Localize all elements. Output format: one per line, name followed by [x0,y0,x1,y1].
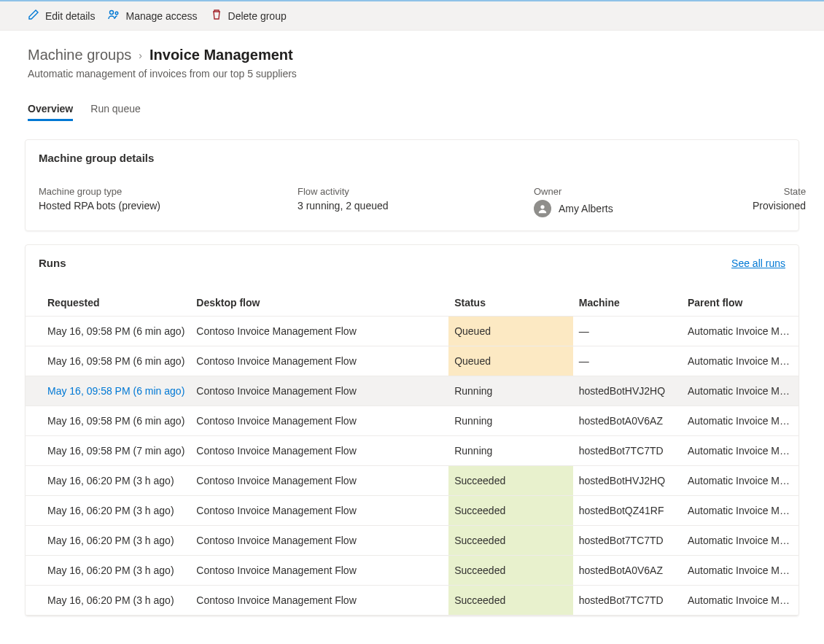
cell-parent-flow: Automatic Invoice Manage... [682,586,798,616]
cell-status: Succeeded [448,556,573,586]
table-row[interactable]: May 16, 06:20 PM (3 h ago)Contoso Invoic… [26,526,798,556]
cell-machine: hostedBot7TC7TD [573,526,682,556]
col-desktop-flow[interactable]: Desktop flow [190,290,448,317]
details-card-title: Machine group details [39,152,785,164]
chevron-right-icon: › [139,50,142,61]
detail-type: Machine group type Hosted RPA bots (prev… [39,186,298,212]
page-description: Automatic management of invoices from ou… [28,68,796,79]
col-machine[interactable]: Machine [573,290,682,317]
detail-state-value: Provisioned [753,200,806,212]
cell-machine: hostedBotQZ41RF [573,496,682,526]
breadcrumb-parent[interactable]: Machine groups [28,47,131,63]
people-icon [108,9,120,23]
detail-state-label: State [753,186,806,197]
cell-status: Queued [448,346,573,376]
cell-machine: hostedBotA0V6AZ [573,406,682,436]
cell-requested: May 16, 06:20 PM (3 h ago) [26,586,190,616]
detail-owner-value: Amy Alberts [559,203,613,214]
col-parent-flow[interactable]: Parent flow [682,290,798,317]
cell-parent-flow: Automatic Invoice Manage... [682,496,798,526]
cell-requested: May 16, 09:58 PM (6 min ago) [26,406,190,436]
cell-status: Succeeded [448,496,573,526]
tab-run-queue[interactable]: Run queue [90,97,141,121]
runs-card: Runs See all runs Requested Desktop flow… [25,244,799,616]
breadcrumb-current: Invoice Management [149,47,293,63]
cell-machine: — [573,317,682,346]
cell-machine: — [573,346,682,376]
avatar [534,200,551,217]
cell-machine: hostedBot7TC7TD [573,436,682,466]
cell-status: Succeeded [448,526,573,556]
see-all-runs-link[interactable]: See all runs [731,257,785,269]
table-row[interactable]: May 16, 06:20 PM (3 h ago)Contoso Invoic… [26,496,798,526]
cell-status: Running [448,376,573,406]
cell-machine: hostedBot7TC7TD [573,586,682,616]
manage-access-label: Manage access [125,10,197,22]
detail-activity-value: 3 running, 2 queued [298,200,534,212]
command-bar: Edit details Manage access Delete group [0,0,824,31]
cell-requested: May 16, 06:20 PM (3 h ago) [26,526,190,556]
tab-overview[interactable]: Overview [28,97,73,121]
cell-desktop-flow: Contoso Invoice Management Flow [190,556,448,586]
breadcrumb: Machine groups › Invoice Management [28,47,796,63]
cell-requested: May 16, 06:20 PM (3 h ago) [26,466,190,496]
table-row[interactable]: May 16, 09:58 PM (7 min ago)Contoso Invo… [26,436,798,466]
table-row[interactable]: May 16, 06:20 PM (3 h ago)Contoso Invoic… [26,466,798,496]
detail-owner: Owner Amy Alberts [534,186,753,217]
cell-requested: May 16, 09:58 PM (6 min ago) [26,346,190,376]
cell-desktop-flow: Contoso Invoice Management Flow [190,526,448,556]
cell-requested: May 16, 09:58 PM (6 min ago) [26,317,190,346]
cell-requested: May 16, 09:58 PM (7 min ago) [26,436,190,466]
cell-status: Succeeded [448,586,573,616]
cell-parent-flow: Automatic Invoice Manage... [682,436,798,466]
machine-group-details-card: Machine group details Machine group type… [25,139,799,231]
runs-table: Requested Desktop flow Status Machine Pa… [26,290,798,616]
edit-details-label: Edit details [45,10,95,22]
table-row[interactable]: May 16, 09:58 PM (6 min ago)Contoso Invo… [26,346,798,376]
table-row[interactable]: May 16, 06:20 PM (3 h ago)Contoso Invoic… [26,586,798,616]
table-row[interactable]: May 16, 06:20 PM (3 h ago)Contoso Invoic… [26,556,798,586]
runs-title: Runs [39,257,66,269]
svg-point-1 [116,12,119,15]
cell-status: Succeeded [448,466,573,496]
cell-status: Queued [448,317,573,346]
cell-desktop-flow: Contoso Invoice Management Flow [190,436,448,466]
svg-point-2 [540,205,544,209]
cell-status: Running [448,436,573,466]
detail-activity: Flow activity 3 running, 2 queued [298,186,534,212]
cell-parent-flow: Automatic Invoice Manage... [682,346,798,376]
cell-parent-flow: Automatic Invoice Manage... [682,466,798,496]
cell-requested: May 16, 06:20 PM (3 h ago) [26,496,190,526]
tabs: Overview Run queue [0,97,824,122]
delete-group-button[interactable]: Delete group [211,9,287,23]
edit-details-button[interactable]: Edit details [28,9,95,23]
table-row[interactable]: May 16, 09:58 PM (6 min ago)Contoso Invo… [26,406,798,436]
delete-group-label: Delete group [228,10,287,22]
cell-parent-flow: Automatic Invoice Manage... [682,556,798,586]
col-requested[interactable]: Requested [26,290,190,317]
cell-machine: hostedBotHVJ2HQ [573,376,682,406]
cell-desktop-flow: Contoso Invoice Management Flow [190,346,448,376]
trash-icon [211,9,222,23]
col-status[interactable]: Status [448,290,573,317]
detail-state: State Provisioned [753,186,806,212]
cell-desktop-flow: Contoso Invoice Management Flow [190,586,448,616]
cell-desktop-flow: Contoso Invoice Management Flow [190,496,448,526]
page-header: Machine groups › Invoice Management Auto… [0,31,824,97]
table-row[interactable]: May 16, 09:58 PM (6 min ago)Contoso Invo… [26,317,798,346]
table-row[interactable]: May 16, 09:58 PM (6 min ago)Contoso Invo… [26,376,798,406]
cell-parent-flow: Automatic Invoice Manage... [682,526,798,556]
manage-access-button[interactable]: Manage access [108,9,197,23]
svg-point-0 [110,11,114,15]
cell-requested: May 16, 09:58 PM (6 min ago) [26,376,190,406]
edit-icon [28,9,39,23]
cell-parent-flow: Automatic Invoice Manage... [682,376,798,406]
detail-activity-label: Flow activity [298,186,534,197]
detail-owner-label: Owner [534,186,753,197]
cell-status: Running [448,406,573,436]
cell-parent-flow: Automatic Invoice Manage... [682,317,798,346]
cell-desktop-flow: Contoso Invoice Management Flow [190,317,448,346]
detail-type-label: Machine group type [39,186,298,197]
cell-desktop-flow: Contoso Invoice Management Flow [190,406,448,436]
cell-machine: hostedBotA0V6AZ [573,556,682,586]
